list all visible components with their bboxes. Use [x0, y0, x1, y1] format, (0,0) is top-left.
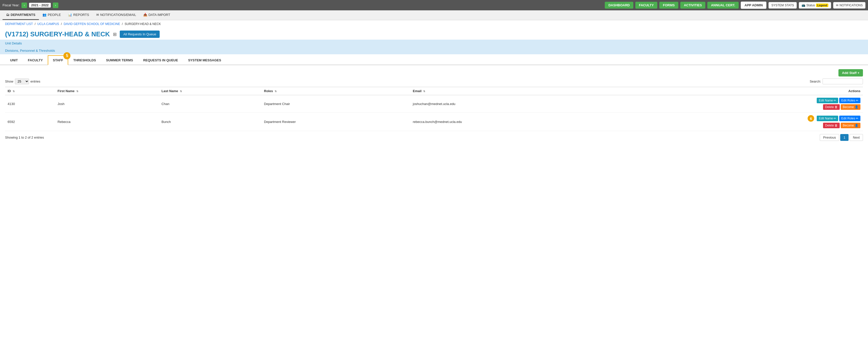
trash-icon: 🗑	[835, 105, 838, 109]
sort-email-icon[interactable]: ⇅	[423, 90, 425, 93]
sec-nav-departments[interactable]: 🗂 DEPARTMENTS	[2, 10, 39, 20]
sec-nav-departments-label: DEPARTMENTS	[10, 13, 35, 17]
col-id: ID ⇅	[5, 87, 55, 95]
sort-lastname-icon[interactable]: ⇅	[180, 90, 182, 93]
edit-roles-icon: ✏	[856, 117, 859, 120]
edit-name-btn-row2[interactable]: Edit Name ✏	[817, 116, 838, 121]
tab-thresholds[interactable]: THRESHOLDS	[68, 55, 101, 65]
add-staff-btn[interactable]: Add Staff +	[838, 69, 863, 76]
prev-page-btn[interactable]: Previous	[820, 134, 839, 141]
notifications-label: NOTIFICATIONS	[839, 3, 863, 7]
divisions-section: Divisions, Personnel & Thresholds	[0, 47, 868, 54]
tab-summer-terms[interactable]: SUMMER TERMS	[101, 55, 138, 65]
pagination-area: Showing 1 to 2 of 2 entries Previous 1 N…	[5, 131, 863, 144]
sec-nav-people-label: PEOPLE	[48, 13, 61, 17]
divisions-label: Divisions, Personnel & Thresholds	[5, 49, 55, 53]
page-title: (V1712) SURGERY-HEAD & NECK	[5, 30, 110, 38]
tab-staff[interactable]: STAFF 5	[48, 55, 68, 65]
entries-label: entries	[31, 79, 40, 83]
content-area: Add Staff + Show 25 10 50 100 entries Se…	[0, 65, 868, 148]
become-btn-row2[interactable]: Become 👤	[841, 123, 861, 128]
cell-actions: Edit Name ✏ Edit Roles ✏ Delete 🗑	[629, 95, 863, 112]
cell-first-name: Rebecca	[55, 112, 159, 131]
next-page-btn[interactable]: Next	[849, 134, 863, 141]
cell-last-name: Bunch	[159, 112, 261, 131]
edit-roles-icon: ✏	[856, 99, 859, 102]
tab-requests-in-queue[interactable]: REQUESTS IN QUEUE	[138, 55, 183, 65]
system-stats-btn[interactable]: SYSTEM STATS	[769, 2, 797, 8]
page-1-btn[interactable]: 1	[840, 134, 848, 141]
sec-nav-notifications-email[interactable]: ✉ NOTIFICATIONS/EMAIL	[93, 10, 140, 20]
sort-id-icon[interactable]: ⇅	[12, 90, 14, 93]
sec-nav-reports-label: REPORTS	[73, 13, 89, 17]
edit-roles-btn-row1[interactable]: Edit Roles ✏	[839, 98, 861, 103]
become-icon: 👤	[855, 124, 859, 127]
show-entries-select[interactable]: 25 10 50 100	[15, 78, 29, 84]
data-import-icon: 📥	[143, 13, 147, 17]
cell-roles: Department Reviewer	[261, 112, 410, 131]
all-requests-btn[interactable]: All Requests In Queue	[120, 31, 160, 38]
sec-nav-people[interactable]: 👥 PEOPLE	[39, 10, 64, 20]
show-label: Show	[5, 79, 13, 83]
breadcrumb-ucla-campus[interactable]: UCLA CAMPUS	[37, 22, 59, 26]
fiscal-year-next-btn[interactable]: ›	[53, 2, 58, 8]
sec-nav-notifications-label: NOTIFICATIONS/EMAIL	[100, 13, 136, 17]
edit-roles-btn-row2[interactable]: Edit Roles ✏	[839, 116, 861, 121]
table-row: 6592 Rebecca Bunch Department Reviewer r…	[5, 112, 863, 131]
departments-icon: 🗂	[6, 13, 9, 17]
notifications-btn[interactable]: ✉ NOTIFICATIONS	[833, 2, 866, 8]
unit-details-section[interactable]: Unit Details	[0, 40, 868, 47]
top-bar: Fiscal Year: ‹ 2021 - 2022 › DASHBOARD F…	[0, 0, 868, 10]
people-icon: 👥	[42, 13, 46, 17]
delete-btn-row2[interactable]: Delete 🗑	[823, 123, 840, 128]
col-actions: Actions	[629, 87, 863, 95]
app-admin-btn[interactable]: APP ADMIN	[741, 1, 767, 9]
dashboard-btn[interactable]: DASHBOARD	[605, 2, 633, 8]
col-email: Email ⇅	[410, 87, 629, 95]
become-btn-row1[interactable]: Become 👤	[841, 104, 861, 110]
pagination-controls: Previous 1 Next	[820, 134, 863, 141]
search-input[interactable]	[823, 78, 863, 84]
status-legend-btn[interactable]: 📺 Status Legend	[799, 2, 831, 8]
search-label: Search:	[810, 79, 821, 83]
sort-roles-icon[interactable]: ⇅	[275, 90, 277, 93]
inner-tabs: UNIT FACULTY STAFF 5 THRESHOLDS SUMMER T…	[0, 55, 868, 65]
annual-cert-btn[interactable]: ANNUAL CERT.	[707, 2, 739, 8]
pencil-icon: ✏	[834, 99, 836, 102]
cell-id: 6592	[5, 112, 55, 131]
cell-email: joshuchan@mednet.ucla.edu	[410, 95, 629, 112]
sort-firstname-icon[interactable]: ⇅	[76, 90, 78, 93]
system-stats-label: SYSTEM STATS	[771, 3, 794, 7]
tab-system-messages[interactable]: SYSTEM MESSAGES	[183, 55, 226, 65]
notifications-email-icon: ✉	[96, 13, 99, 17]
breadcrumb-current: SURGERY-HEAD & NECK	[125, 22, 161, 26]
step-badge-6: 6	[808, 115, 814, 122]
status-label: Status	[806, 3, 815, 7]
show-entries: Show 25 10 50 100 entries	[5, 78, 40, 84]
sec-nav-data-import[interactable]: 📥 DATA IMPORT	[140, 10, 174, 20]
col-roles: Roles ⇅	[261, 87, 410, 95]
delete-btn-row1[interactable]: Delete 🗑	[823, 104, 840, 110]
pencil-icon: ✏	[834, 117, 836, 120]
edit-name-btn-row1[interactable]: Edit Name ✏	[817, 98, 838, 103]
cell-actions: 6 Edit Name ✏ Edit Roles ✏ Delete	[629, 112, 863, 131]
tab-unit[interactable]: UNIT	[5, 55, 23, 65]
secondary-nav: 🗂 DEPARTMENTS 👥 PEOPLE 📊 REPORTS ✉ NOTIF…	[0, 10, 868, 20]
table-row: 4130 Josh Chan Department Chair joshucha…	[5, 95, 863, 112]
search-area: Search:	[810, 78, 863, 84]
col-first-name: First Name ⇅	[55, 87, 159, 95]
faculty-btn[interactable]: FACULTY	[636, 2, 657, 8]
activities-btn[interactable]: ACTIVITIES	[680, 2, 706, 8]
sec-nav-data-import-label: DATA IMPORT	[149, 13, 170, 17]
sec-nav-reports[interactable]: 📊 REPORTS	[64, 10, 93, 20]
forms-btn[interactable]: FORMS	[659, 2, 678, 8]
reports-icon: 📊	[68, 13, 72, 17]
become-icon: 👤	[855, 105, 859, 109]
fiscal-year-prev-btn[interactable]: ‹	[22, 2, 27, 8]
cell-first-name: Josh	[55, 95, 159, 112]
breadcrumb-david-geffen[interactable]: DAVID GEFFEN SCHOOL OF MEDICINE	[64, 22, 120, 26]
table-icon[interactable]: ⊞	[113, 32, 117, 37]
trash-icon: 🗑	[835, 124, 838, 127]
breadcrumb-dept-list[interactable]: DEPARTMENT LIST	[5, 22, 33, 26]
tab-faculty[interactable]: FACULTY	[23, 55, 48, 65]
